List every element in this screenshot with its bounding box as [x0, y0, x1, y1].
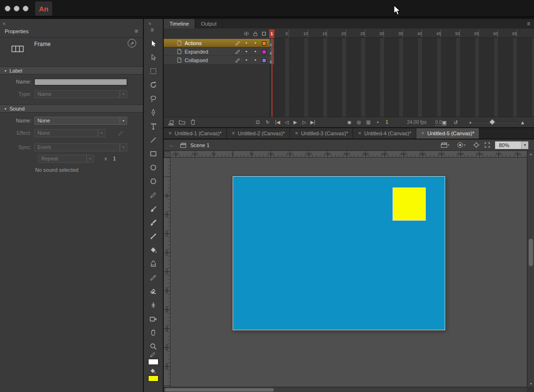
hand-tool-icon[interactable]	[150, 329, 157, 336]
back-button[interactable]: ←	[169, 140, 175, 151]
visibility-dot[interactable]: •	[244, 47, 248, 56]
close-icon[interactable]: ×	[232, 130, 235, 137]
eraser-tool-icon[interactable]	[150, 288, 157, 295]
traffic-light-close-button[interactable]	[5, 6, 10, 11]
tab-untitled-4[interactable]: × Untitled-4 (Canvas)*	[353, 128, 416, 139]
panel-menu-icon[interactable]: ≡	[527, 20, 530, 27]
loop-button[interactable]: ↻	[264, 117, 272, 128]
frame-options-button[interactable]: ↗	[128, 39, 136, 47]
ink-bottle-tool-icon[interactable]	[150, 260, 157, 268]
eyedropper-tool-icon[interactable]	[150, 274, 157, 281]
center-frame-button[interactable]: ⊡	[254, 117, 262, 128]
label-type-select[interactable]: Name ▾	[34, 90, 127, 98]
camera-tool-icon[interactable]	[150, 315, 157, 323]
edit-scene-button[interactable]: ▾	[440, 141, 450, 149]
edit-multiple-frames-button[interactable]: ▥	[365, 117, 372, 128]
close-icon[interactable]: ×	[295, 130, 298, 137]
brush-tool-icon[interactable]	[150, 205, 157, 213]
tab-timeline[interactable]: Timeline	[164, 19, 195, 28]
new-folder-button[interactable]	[178, 119, 186, 126]
width-tool-icon[interactable]	[150, 301, 157, 309]
sound-name-select[interactable]: None ▾	[34, 117, 127, 125]
panel-menu-icon[interactable]: ≡	[134, 28, 138, 35]
pen-tool-icon[interactable]	[150, 109, 157, 116]
panel-menu-icon[interactable]: ≡	[150, 27, 154, 33]
label-section-header[interactable]: ▼Label	[0, 66, 143, 75]
step-forward-button[interactable]: ▷	[300, 117, 308, 128]
timeline-zoom-slider[interactable]	[473, 122, 517, 123]
current-frame-value[interactable]: 1	[383, 117, 391, 128]
play-button[interactable]: ▶	[291, 117, 299, 128]
layer-row-actions[interactable]: Actions • •	[164, 39, 534, 47]
scroll-up-icon[interactable]: ▲	[527, 152, 534, 156]
delete-layer-button[interactable]	[189, 119, 197, 126]
vertical-scrollbar[interactable]: ▲ ▼	[527, 151, 534, 387]
go-first-frame-button[interactable]: |◀	[274, 117, 281, 128]
scroll-down-icon[interactable]: ▼	[527, 382, 534, 385]
new-layer-button[interactable]	[168, 119, 175, 126]
layer-color-swatch[interactable]	[262, 41, 266, 46]
rotation-tool-icon[interactable]	[150, 81, 157, 89]
layer-color-swatch[interactable]	[262, 50, 266, 54]
sound-effect-select[interactable]: None ▾	[34, 129, 105, 137]
traffic-light-zoom-button[interactable]	[23, 6, 28, 11]
line-tool-icon[interactable]	[150, 136, 157, 144]
subselection-tool-icon[interactable]	[150, 54, 157, 61]
lasso-tool-icon[interactable]	[150, 95, 157, 103]
layer-color-swatch[interactable]	[262, 58, 266, 63]
onion-skin-button[interactable]: ◉	[346, 117, 353, 128]
layer-row-expanded[interactable]: Expanded • •	[164, 47, 534, 56]
sound-section-header[interactable]: ▼Sound	[0, 104, 143, 112]
close-icon[interactable]: ×	[358, 130, 361, 137]
center-stage-button[interactable]	[473, 141, 480, 149]
tab-output[interactable]: Output	[195, 19, 223, 28]
frame-rate-value[interactable]: 24.00 fps	[400, 117, 433, 128]
tab-untitled-2[interactable]: × Untitled-2 (Canvas)*	[227, 128, 290, 139]
sound-sync-select[interactable]: Event ▾	[34, 143, 127, 151]
lock-column-icon[interactable]	[253, 31, 258, 37]
traffic-light-minimize-button[interactable]	[14, 6, 19, 11]
go-last-frame-button[interactable]: ▶|	[309, 117, 317, 128]
rectangle-tool-icon[interactable]	[150, 150, 157, 158]
free-transform-tool-icon[interactable]	[150, 67, 157, 75]
clip-content-button[interactable]	[484, 141, 491, 149]
zoom-select[interactable]: 80% ▾	[495, 141, 528, 149]
zoom-tool-icon[interactable]	[150, 343, 157, 350]
label-name-input[interactable]	[34, 78, 127, 85]
edit-symbols-button[interactable]: ▾	[457, 141, 466, 149]
close-icon[interactable]: ×	[421, 130, 424, 137]
v-scroll-thumb[interactable]	[529, 239, 533, 266]
pencil-tool-icon[interactable]	[150, 191, 157, 199]
lock-dot[interactable]: •	[253, 47, 257, 56]
layer-row-collapsed[interactable]: Collapsed • •	[164, 56, 534, 65]
stage-pasteboard[interactable]	[170, 158, 527, 387]
fill-color-swatch[interactable]	[148, 375, 159, 382]
stage-canvas[interactable]	[233, 176, 445, 330]
stroke-color-swatch[interactable]	[148, 359, 159, 365]
paint-brush-tool-icon[interactable]	[150, 219, 157, 226]
lock-dot[interactable]: •	[253, 39, 257, 47]
modify-markers-button[interactable]: ▾	[374, 117, 382, 128]
text-tool-icon[interactable]	[150, 122, 157, 130]
collapse-panel-icon[interactable]: «	[149, 21, 151, 26]
tab-untitled-3[interactable]: × Untitled-3 (Canvas)*	[290, 128, 353, 139]
collapse-panel-icon[interactable]: «	[3, 21, 6, 26]
timeline-zoom-in-icon[interactable]: ▲	[519, 117, 526, 128]
playhead-line[interactable]	[272, 38, 272, 117]
paint-bucket-tool-icon[interactable]	[150, 246, 157, 254]
yellow-rectangle[interactable]	[393, 187, 426, 221]
eye-column-icon[interactable]	[244, 31, 249, 37]
visibility-dot[interactable]: •	[244, 56, 248, 65]
close-icon[interactable]: ×	[169, 130, 172, 137]
playhead-marker[interactable]: 1	[269, 29, 274, 38]
visibility-dot[interactable]: •	[244, 39, 248, 47]
onion-skin-outlines-button[interactable]: ◎	[355, 117, 363, 128]
selection-tool-icon[interactable]	[150, 40, 157, 47]
tab-untitled-1[interactable]: × Untitled-1 (Canvas)*	[164, 128, 227, 139]
edit-effect-pencil-icon[interactable]	[118, 130, 124, 136]
step-back-button[interactable]: ◁	[283, 117, 290, 128]
sound-repeat-select[interactable]: Repeat ▾	[38, 155, 94, 163]
bone-tool-icon[interactable]	[150, 233, 157, 240]
horizontal-scrollbar[interactable]	[164, 387, 527, 392]
tab-properties[interactable]: Properties	[5, 28, 28, 34]
